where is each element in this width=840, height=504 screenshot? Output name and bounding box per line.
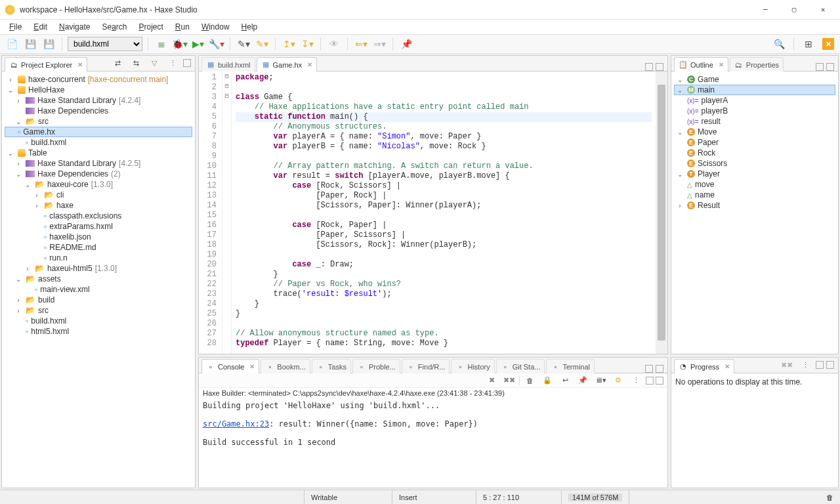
menu-navigate[interactable]: Navigate [54, 21, 95, 33]
maximize-panel-icon[interactable] [826, 63, 834, 71]
tree-item[interactable]: ⌄ HelloHaxe [5, 85, 192, 95]
edit-option-icon[interactable]: ✎▾ [254, 36, 270, 52]
save-icon[interactable]: 💾 [22, 36, 38, 52]
maximize-panel-icon[interactable] [826, 361, 834, 369]
editor-body[interactable]: 1234567891011121314151617181920212223242… [199, 72, 667, 354]
close-icon[interactable]: ✕ [719, 61, 724, 68]
tree-item[interactable]: ▫ haxelib.json [5, 232, 192, 242]
tree-item[interactable]: ▫ main-view.xml [5, 284, 192, 295]
outline-tree[interactable]: ⌄C Game⌄M main(x)= playerA(x)= playerB(x… [671, 72, 838, 354]
outline-tab[interactable]: 📋 Outline ✕ [674, 57, 728, 72]
back-icon[interactable]: ⇐▾ [353, 36, 369, 52]
tree-item[interactable]: ▫ classpath.exclusions [5, 211, 192, 221]
maximize-panel-icon[interactable] [656, 365, 663, 373]
highlight-icon[interactable]: ✎▾ [236, 36, 251, 52]
tab-find[interactable]: ▫Find/R... [402, 359, 450, 373]
close-icon[interactable]: ✕ [249, 363, 255, 370]
tab-terminal[interactable]: ▫Terminal [546, 359, 595, 373]
maximize-button[interactable]: ▢ [780, 1, 808, 19]
close-button[interactable]: ✕ [808, 1, 837, 19]
pin-console-icon[interactable]: 📌 [575, 373, 591, 388]
tab-problems[interactable]: ▫Proble... [352, 359, 400, 373]
new-icon[interactable]: 📄 [4, 36, 20, 52]
tree-item[interactable]: ▫ extraParams.hxml [5, 221, 192, 232]
tab-bookmark[interactable]: ▫Bookm... [261, 359, 310, 373]
outline-item[interactable]: ›E Result [674, 200, 835, 211]
tree-item[interactable]: › Haxe Standard Library [4.2.4] [5, 95, 192, 106]
tree-item[interactable]: ▫ build.hxml [5, 137, 192, 148]
maximize-panel-icon[interactable] [656, 377, 663, 385]
menu-icon[interactable]: ⋮ [165, 55, 180, 71]
maximize-editor-icon[interactable] [656, 63, 663, 71]
tree-item[interactable]: ▫ Game.hx [5, 127, 192, 137]
menu-help[interactable]: Help [236, 21, 263, 33]
menu-project[interactable]: Project [133, 21, 168, 33]
menu-window[interactable]: Window [196, 21, 235, 33]
forward-icon[interactable]: ⇒▾ [371, 36, 387, 52]
outline-item[interactable]: ⌄C Game [674, 74, 835, 85]
status-trash-icon[interactable]: 🗑 [820, 490, 840, 504]
next-annotation-icon[interactable]: ↧▾ [299, 36, 315, 52]
outline-item[interactable]: E Rock [674, 148, 835, 158]
tree-item[interactable]: ▫ build.hxml [5, 316, 192, 326]
filter-icon[interactable]: ▽ [146, 55, 162, 71]
menu-run[interactable]: Run [170, 21, 195, 33]
pin-editor-icon[interactable]: 📌 [398, 36, 414, 52]
editor-scrollbar[interactable] [656, 72, 667, 354]
progress-tab[interactable]: ◔ Progress ✕ [674, 359, 734, 373]
properties-tab[interactable]: 🗂 Properties [730, 57, 784, 72]
menu-file[interactable]: File [4, 21, 27, 33]
outline-item[interactable]: ⌄T Player [674, 169, 835, 179]
project-tree[interactable]: › haxe-concurrent [haxe-concurrent main]… [2, 72, 195, 488]
tree-item[interactable]: ▫ run.n [5, 253, 192, 263]
minimize-panel-icon[interactable] [816, 361, 824, 369]
search-icon[interactable]: 🔍 [771, 36, 787, 52]
tab-console[interactable]: ▫Console✕ [201, 359, 259, 373]
outline-item[interactable]: △ name [674, 190, 835, 200]
clear-console-icon[interactable]: 🗑 [522, 373, 537, 388]
wrap-icon[interactable]: ↩ [557, 373, 573, 388]
tree-item[interactable]: ⌄📂 assets [5, 274, 192, 284]
open-console-icon[interactable]: ⚙ [610, 373, 626, 388]
tab-game-hx[interactable]: ▦ Game.hx ✕ [257, 57, 318, 72]
tree-item[interactable]: ›📂 haxeui-html5 [1.3.0] [5, 263, 192, 274]
tree-item[interactable]: ⌄ Haxe Dependencies (2) [5, 169, 192, 179]
outline-item[interactable]: ⌄M main [674, 85, 835, 95]
debug-icon[interactable]: 🐞▾ [172, 36, 188, 52]
outline-item[interactable]: △ move [674, 179, 835, 190]
outline-item[interactable]: ⌄E Move [674, 127, 835, 137]
remove-all-icon[interactable]: ✖✖ [501, 373, 517, 388]
scroll-lock-icon[interactable]: 🔒 [539, 373, 555, 388]
tree-item[interactable]: ▫ README.md [5, 242, 192, 253]
collapse-all-icon[interactable]: ⇄ [110, 55, 125, 71]
tree-item[interactable]: ›📂 cli [5, 190, 192, 200]
close-icon[interactable]: ✕ [307, 61, 312, 68]
haxe-perspective-icon[interactable]: ✕ [820, 36, 836, 52]
build-config-select[interactable]: build.hxml [68, 37, 142, 51]
tree-item[interactable]: ▫ html5.hxml [5, 326, 192, 337]
menu-icon[interactable]: ⋮ [797, 357, 813, 373]
console-output[interactable]: Building project 'HelloHaxe' using 'buil… [199, 398, 667, 488]
clear-progress-icon[interactable]: ✖✖ [779, 357, 795, 373]
tree-item[interactable]: ›📂 build [5, 295, 192, 305]
display-selected-icon[interactable]: 🖥▾ [593, 373, 608, 388]
tab-tasks[interactable]: ▫Tasks [312, 359, 351, 373]
project-explorer-tab[interactable]: 🗂 Project Explorer ✕ [5, 57, 87, 72]
outline-item[interactable]: (x)= result [674, 116, 835, 127]
menu-icon[interactable]: ⋮ [628, 373, 644, 388]
tree-item[interactable]: ⌄ Table [5, 148, 192, 158]
outline-item[interactable]: E Scissors [674, 158, 835, 169]
minimize-panel-icon[interactable] [646, 377, 654, 385]
tab-history[interactable]: ▫History [451, 359, 494, 373]
tree-item[interactable]: ›📂 haxe [5, 200, 192, 211]
save-all-icon[interactable]: 💾 [41, 36, 56, 52]
menu-search[interactable]: Search [96, 21, 132, 33]
tree-item[interactable]: › Haxe Standard Library [4.2.5] [5, 158, 192, 169]
remove-launch-icon[interactable]: ✖ [484, 373, 499, 388]
run-external-icon[interactable]: 🔧▾ [209, 36, 224, 52]
outline-item[interactable]: E Paper [674, 137, 835, 148]
minimize-panel-icon[interactable] [183, 59, 191, 67]
format-icon[interactable]: ≣ [154, 36, 169, 52]
tree-item[interactable]: › haxe-concurrent [haxe-concurrent main] [5, 74, 192, 85]
outline-item[interactable]: (x)= playerB [674, 106, 835, 116]
